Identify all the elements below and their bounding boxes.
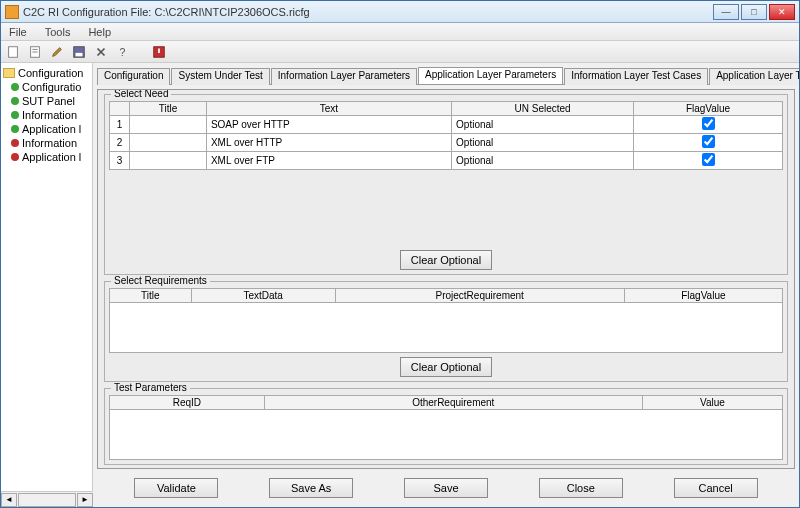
status-dot-icon bbox=[11, 153, 19, 161]
exit-icon[interactable] bbox=[151, 44, 167, 60]
tab-information-layer-test-cases[interactable]: Information Layer Test Cases bbox=[564, 68, 708, 85]
validate-button[interactable]: Validate bbox=[134, 478, 218, 498]
help-icon[interactable]: ? bbox=[115, 44, 131, 60]
svg-rect-0 bbox=[9, 46, 18, 57]
menu-help[interactable]: Help bbox=[84, 25, 115, 39]
table-row[interactable]: 1SOAP over HTTPOptional bbox=[110, 116, 783, 134]
column-header[interactable]: FlagValue bbox=[634, 102, 783, 116]
tree-item[interactable]: Information bbox=[11, 137, 90, 149]
tree-scrollbar[interactable]: ◄ ► bbox=[1, 491, 93, 507]
saveas-button[interactable]: Save As bbox=[269, 478, 353, 498]
tab-application-layer-test-cases[interactable]: Application Layer Test Cases bbox=[709, 68, 799, 85]
tree-item[interactable]: Application l bbox=[11, 151, 90, 163]
cell-title[interactable] bbox=[130, 152, 207, 170]
menu-file[interactable]: File bbox=[5, 25, 31, 39]
save-icon[interactable] bbox=[71, 44, 87, 60]
titlebar: C2C RI Configuration File: C:\C2CRI\NTCI… bbox=[1, 1, 799, 23]
tree-item[interactable]: SUT Panel bbox=[11, 95, 90, 107]
status-dot-icon bbox=[11, 139, 19, 147]
close-button[interactable]: ✕ bbox=[769, 4, 795, 20]
close-window-button[interactable]: Close bbox=[539, 478, 623, 498]
test-parameters-table[interactable]: ReqIDOtherRequirementValue bbox=[109, 395, 783, 410]
tree-item-label: Configuratio bbox=[22, 81, 81, 93]
tab-configuration[interactable]: Configuration bbox=[97, 68, 170, 85]
column-header[interactable]: Title bbox=[130, 102, 207, 116]
scroll-track[interactable] bbox=[18, 493, 76, 507]
window-title: C2C RI Configuration File: C:\C2CRI\NTCI… bbox=[23, 6, 713, 18]
clear-optional-needs-button[interactable]: Clear Optional bbox=[400, 250, 492, 270]
flag-checkbox[interactable] bbox=[702, 153, 715, 166]
column-header[interactable]: OtherRequirement bbox=[264, 396, 642, 410]
row-number: 1 bbox=[110, 116, 130, 134]
column-header[interactable]: UN Selected bbox=[452, 102, 634, 116]
cell-flagvalue[interactable] bbox=[634, 116, 783, 134]
column-header[interactable]: TextData bbox=[191, 289, 335, 303]
tree-item-label: Information bbox=[22, 109, 77, 121]
cell-text[interactable]: XML over FTP bbox=[206, 152, 451, 170]
menubar: File Tools Help bbox=[1, 23, 799, 41]
scroll-right-icon[interactable]: ► bbox=[77, 493, 93, 507]
column-header[interactable]: ReqID bbox=[110, 396, 265, 410]
tab-application-layer-parameters[interactable]: Application Layer Parameters bbox=[418, 67, 563, 84]
cell-flagvalue[interactable] bbox=[634, 134, 783, 152]
table-row[interactable]: 2XML over HTTPOptional bbox=[110, 134, 783, 152]
column-header[interactable]: Text bbox=[206, 102, 451, 116]
tab-information-layer-parameters[interactable]: Information Layer Parameters bbox=[271, 68, 417, 85]
tab-panel: Select Need TitleTextUN SelectedFlagValu… bbox=[97, 89, 795, 469]
menu-tools[interactable]: Tools bbox=[41, 25, 75, 39]
column-header[interactable] bbox=[110, 102, 130, 116]
save-button[interactable]: Save bbox=[404, 478, 488, 498]
new-icon[interactable] bbox=[5, 44, 21, 60]
status-dot-icon bbox=[11, 125, 19, 133]
svg-rect-3 bbox=[76, 52, 83, 56]
cell-unselected[interactable]: Optional bbox=[452, 152, 634, 170]
settings-icon[interactable] bbox=[93, 44, 109, 60]
test-parameters-legend: Test Parameters bbox=[111, 382, 190, 393]
tree-item-label: Application l bbox=[22, 151, 81, 163]
config-tree: Configuration ConfiguratioSUT PanelInfor… bbox=[1, 63, 93, 491]
status-dot-icon bbox=[11, 111, 19, 119]
open-icon[interactable] bbox=[27, 44, 43, 60]
tree-root[interactable]: Configuration bbox=[3, 67, 90, 79]
tree-item-label: Information bbox=[22, 137, 77, 149]
scroll-left-icon[interactable]: ◄ bbox=[1, 493, 17, 507]
tree-item[interactable]: Information bbox=[11, 109, 90, 121]
edit-icon[interactable] bbox=[49, 44, 65, 60]
tab-strip: ConfigurationSystem Under TestInformatio… bbox=[97, 67, 795, 85]
cell-unselected[interactable]: Optional bbox=[452, 134, 634, 152]
status-dot-icon bbox=[11, 83, 19, 91]
maximize-button[interactable]: □ bbox=[741, 4, 767, 20]
cell-text[interactable]: XML over HTTP bbox=[206, 134, 451, 152]
tree-item[interactable]: Application l bbox=[11, 123, 90, 135]
cell-unselected[interactable]: Optional bbox=[452, 116, 634, 134]
cell-text[interactable]: SOAP over HTTP bbox=[206, 116, 451, 134]
column-header[interactable]: Value bbox=[642, 396, 782, 410]
flag-checkbox[interactable] bbox=[702, 135, 715, 148]
cancel-button[interactable]: Cancel bbox=[674, 478, 758, 498]
status-dot-icon bbox=[11, 97, 19, 105]
flag-checkbox[interactable] bbox=[702, 117, 715, 130]
cell-title[interactable] bbox=[130, 116, 207, 134]
select-need-group: Select Need TitleTextUN SelectedFlagValu… bbox=[104, 94, 788, 275]
footer-buttons: Validate Save As Save Close Cancel bbox=[97, 473, 795, 503]
cell-flagvalue[interactable] bbox=[634, 152, 783, 170]
needs-table[interactable]: TitleTextUN SelectedFlagValue 1SOAP over… bbox=[109, 101, 783, 170]
clear-optional-reqs-button[interactable]: Clear Optional bbox=[400, 357, 492, 377]
column-header[interactable]: FlagValue bbox=[624, 289, 782, 303]
table-row[interactable]: 3XML over FTPOptional bbox=[110, 152, 783, 170]
svg-text:?: ? bbox=[120, 45, 126, 57]
tree-item[interactable]: Configuratio bbox=[11, 81, 90, 93]
app-icon bbox=[5, 5, 19, 19]
tab-system-under-test[interactable]: System Under Test bbox=[171, 68, 269, 85]
main-panel: ConfigurationSystem Under TestInformatio… bbox=[93, 63, 799, 507]
row-number: 2 bbox=[110, 134, 130, 152]
minimize-button[interactable]: — bbox=[713, 4, 739, 20]
requirements-table[interactable]: TitleTextDataProjectRequirementFlagValue bbox=[109, 288, 783, 303]
row-number: 3 bbox=[110, 152, 130, 170]
column-header[interactable]: ProjectRequirement bbox=[335, 289, 624, 303]
folder-icon bbox=[3, 68, 15, 78]
window-controls: — □ ✕ bbox=[713, 4, 795, 20]
column-header[interactable]: Title bbox=[110, 289, 192, 303]
cell-title[interactable] bbox=[130, 134, 207, 152]
select-need-legend: Select Need bbox=[111, 89, 171, 99]
